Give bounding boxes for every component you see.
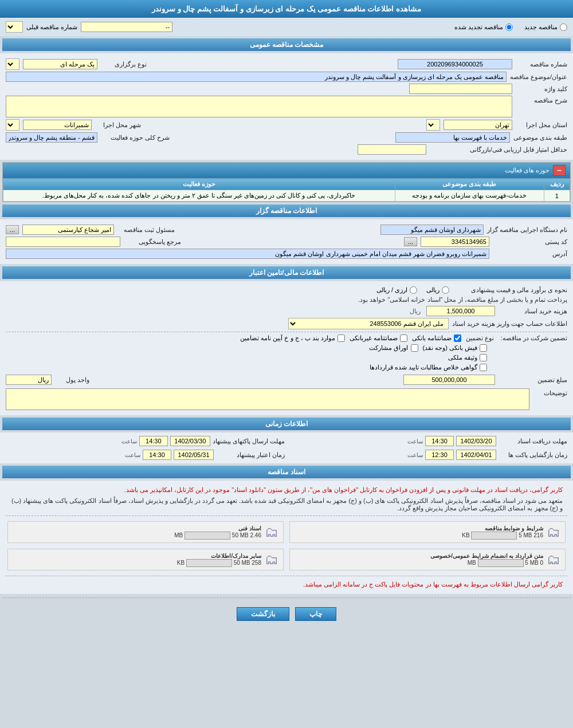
type-dropdown[interactable]: v xyxy=(6,58,19,70)
guarantee-property-checkbox[interactable] xyxy=(480,354,487,361)
opt-rial-label: ریالی xyxy=(426,286,439,294)
guarantee-section-title: تضمین شرکت در مناقصه: xyxy=(499,335,567,342)
radio-renewed-tender[interactable]: مناقصه تجدید شده xyxy=(454,23,513,31)
validity-time-unit: ساعت xyxy=(125,452,140,458)
file-item[interactable]: 🗂 متن قرارداد به انضمام شرایط عمومی/خصوص… xyxy=(289,549,566,570)
file-icon: 🗂 xyxy=(265,552,278,568)
guarantee-non-bank-checkbox[interactable] xyxy=(400,335,407,342)
responsible-label: مسئول ثبت مناقصه xyxy=(117,226,175,234)
open-packets-time-unit: ساعت xyxy=(407,452,423,458)
opt-rial2-label: ارزی / ریالی xyxy=(376,286,407,294)
category-input[interactable] xyxy=(395,132,510,143)
guarantee-amount-label: مبلغ تضمین xyxy=(499,376,567,384)
tender-number-input[interactable] xyxy=(398,59,512,69)
file-icon: 🗂 xyxy=(547,524,560,540)
open-packets-time-input[interactable] xyxy=(425,450,454,460)
receive-doc-time-input[interactable] xyxy=(425,436,454,446)
file-icon: 🗂 xyxy=(547,552,560,568)
guarantee-shares-checkbox[interactable] xyxy=(411,344,418,352)
guarantee-cert-checkbox[interactable] xyxy=(480,364,487,371)
reference-input[interactable] xyxy=(6,237,120,247)
city-input[interactable] xyxy=(23,120,92,130)
file-max: 50 MB xyxy=(234,559,250,565)
keyword-input[interactable] xyxy=(409,84,512,94)
open-packets-label: زمان بازگشایی پاکت ها xyxy=(499,451,567,459)
guarantee-unit-input[interactable] xyxy=(6,375,52,385)
receive-doc-date-input[interactable] xyxy=(456,436,496,446)
postal-input[interactable] xyxy=(421,237,489,247)
financial-header: اطلاعات مالی/تامین اعتبار xyxy=(2,266,571,279)
fin-description-textarea[interactable] xyxy=(6,388,529,410)
prev-tender-number-input[interactable] xyxy=(81,22,172,32)
send-packets-time-input[interactable] xyxy=(139,436,168,446)
guarantee-cert-label: گواهی خلاص مطالبات تایید شده قراردادها xyxy=(370,364,477,371)
subject-input[interactable] xyxy=(6,72,507,82)
file-name: سایر مدارک/اطلاعات xyxy=(177,553,261,559)
send-packets-time-unit: ساعت xyxy=(121,438,137,444)
send-packets-date-input[interactable] xyxy=(170,436,210,446)
file-name: شرایط و ضوابط مناقصه xyxy=(462,525,543,532)
print-button[interactable]: چاپ xyxy=(295,607,336,621)
prev-tender-dropdown[interactable]: v xyxy=(6,21,23,33)
prev-tender-label: شماره مناقصه قبلی xyxy=(26,23,77,31)
account-label: اطلاعات حساب جهت واریز هزینه خرید اسناد xyxy=(452,320,567,328)
province-dropdown[interactable]: v xyxy=(426,119,440,131)
activity-section-title: حوزه های فعالیت xyxy=(505,167,550,174)
org-name-label: نام دستگاه اجرایی مناقصه گزار xyxy=(487,226,567,234)
file-max: 5 MB xyxy=(519,532,532,538)
file-max: 50 MB xyxy=(232,532,249,538)
open-packets-date-input[interactable] xyxy=(456,450,496,460)
city-label: شهر محل اجرا xyxy=(95,121,141,129)
doc-cost-unit: ریال xyxy=(410,308,421,315)
org-name-input[interactable] xyxy=(380,225,484,235)
guarantee-check-checkbox[interactable] xyxy=(480,344,487,352)
postal-dots-button[interactable]: ... xyxy=(404,237,417,246)
radio-new-tender[interactable]: مناقصه جدید xyxy=(524,23,567,31)
guarantee-insurance-checkbox[interactable] xyxy=(337,335,345,342)
file-item[interactable]: 🗂 اسناد فنی 2.46 MB 50 MB xyxy=(7,521,284,543)
file-icon: 🗂 xyxy=(265,524,278,540)
reference-label: مرجع پاسخگویی xyxy=(124,238,181,246)
radio-renewed-tender-label: مناقصه تجدید شده xyxy=(454,23,503,31)
city-dropdown[interactable]: v xyxy=(6,119,19,131)
guarantee-bank-label: ضمانتنامه بانکی xyxy=(412,335,452,342)
subject-label: عنوان/موضوع مناقصه xyxy=(510,73,567,81)
file-item[interactable]: 🗂 سایر مدارک/اطلاعات 258 KB 50 MB xyxy=(7,549,284,570)
category-label: طبقه بندی موضوعی xyxy=(513,134,567,141)
min-credit-label: حداقل امتیاز قابل ارزیابی فنی/بازرگانی xyxy=(430,146,567,154)
guarantee-amount-input[interactable] xyxy=(403,375,495,385)
col-row: ردیف xyxy=(544,179,570,190)
guarantee-property-label: وثیقه ملکی xyxy=(448,354,477,361)
validity-date-input[interactable] xyxy=(174,450,214,460)
payment-note: پرداخت تمام و یا بخشی از مبلغ مناقصه، از… xyxy=(6,296,567,304)
doc-cost-input[interactable] xyxy=(426,306,495,316)
guarantee-bank-checkbox[interactable] xyxy=(454,335,461,342)
receive-doc-time-unit: ساعت xyxy=(407,438,423,444)
area-label: شرح کلی حوزه فعالیت xyxy=(101,134,170,141)
type-input[interactable] xyxy=(23,59,97,69)
file-name: متن قرارداد به انضمام شرایط عمومی/خصوصی xyxy=(430,553,543,559)
file-max: 5 MB xyxy=(525,559,538,565)
description-textarea[interactable] xyxy=(6,96,512,117)
province-input[interactable] xyxy=(444,120,512,130)
remove-activity-button[interactable]: − xyxy=(553,165,566,176)
file-item[interactable]: 🗂 شرایط و ضوابط مناقصه 216 KB 5 MB xyxy=(289,521,566,543)
general-specs-header: مشخصات مناقصه عمومی xyxy=(2,38,571,51)
responsible-input[interactable] xyxy=(22,225,114,235)
guarantee-unit-label: واحد پول xyxy=(55,376,89,384)
validity-time-input[interactable] xyxy=(143,450,171,460)
file-progress-bar xyxy=(478,559,524,567)
col-activity: حوزه فعالیت xyxy=(3,179,395,190)
activity-table: ردیف طبقه بندی موضوعی حوزه فعالیت 1خدمات… xyxy=(3,178,570,202)
doc-notice2: متعهد می شود در اسناد مناقصه، صرفاً پذیر… xyxy=(6,496,567,513)
doc-cost-label: هزینه خرید اسناد xyxy=(499,308,567,315)
description-label: شرح مناقصه xyxy=(516,97,567,104)
area-input[interactable] xyxy=(6,132,97,143)
province-label: استان محل اجرا xyxy=(516,121,567,129)
min-credit-input[interactable] xyxy=(358,144,426,155)
account-select[interactable]: ملی ایران قشم 248553006 xyxy=(288,318,449,329)
address-input[interactable] xyxy=(6,249,489,259)
back-button[interactable]: بازگشت xyxy=(237,607,289,621)
guarantee-check-label: فیش بانکی (وجه نقد) xyxy=(423,344,478,352)
responsible-dots-button[interactable]: ... xyxy=(6,225,19,234)
